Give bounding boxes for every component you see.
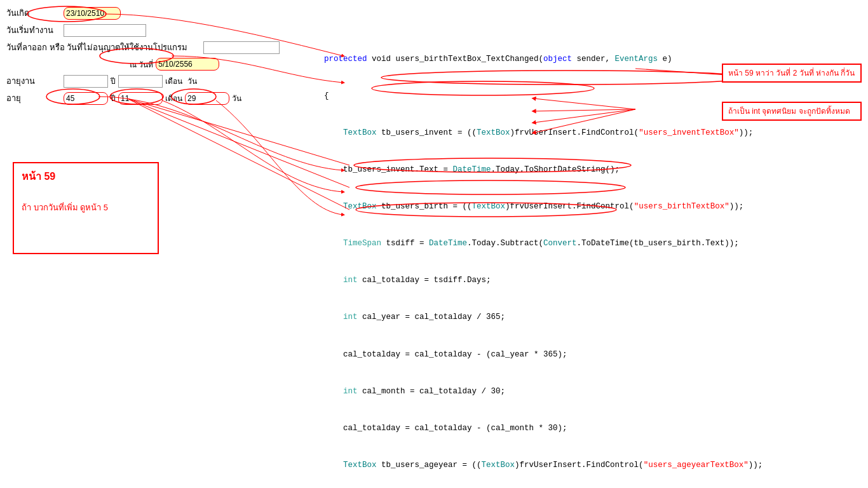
work-age-year-input[interactable]	[64, 75, 108, 88]
svg-line-7	[534, 109, 635, 111]
year-unit2: ปี	[111, 92, 116, 104]
work-age-label: อายุงาน	[6, 74, 64, 88]
left-panel: วันเกิด วันเริ่มทำงาน วันที่ลาออก หรือ ว…	[0, 0, 318, 318]
note-text2: ถ้า บวกวันที่เพิ่ม ดูหน้า 5	[22, 201, 150, 214]
code-line-5: TextBox tb_users_birth = ((TextBox)frvUs…	[324, 201, 862, 213]
birth-input[interactable]	[64, 7, 121, 20]
month-unit1: เดือน	[165, 75, 182, 87]
svg-line-8	[534, 109, 635, 123]
leave-input[interactable]	[203, 41, 280, 54]
code-line-9: cal_totalday = cal_totalday - (cal_year …	[324, 349, 862, 361]
age-label: อายุ	[6, 92, 64, 105]
year-unit1: ปี	[111, 75, 116, 87]
day-unit2: วัน	[232, 92, 241, 104]
age-day-input[interactable]	[185, 92, 229, 105]
ann-box1: หน้า 59 หาว่า วันที่ 2 วันที่ ห่างกัน กี…	[722, 64, 862, 83]
code-line-4: tb_users_invent.Text = DateTime.Today.To…	[324, 164, 862, 176]
ann-box2-text: ถ้าเป็น int จุดทศนิยม จะถูกปัดทิ้งหมด	[728, 107, 850, 116]
asof-label: ณ วันที่	[130, 58, 153, 71]
birth-label: วันเกิด	[6, 6, 64, 20]
svg-point-0	[381, 71, 750, 85]
day-unit1: วัน	[187, 75, 197, 87]
ann-box2: ถ้าเป็น int จุดทศนิยม จะถูกปัดทิ้งหมด	[722, 102, 862, 121]
leave-row: วันที่ลาออก หรือ วันที่ไม่อนุญาตให้ใช้งา…	[6, 41, 311, 54]
code-line-6: TimeSpan tsdiff = DateTime.Today.Subtrac…	[324, 238, 862, 250]
code-line-11: cal_totalday = cal_totalday - (cal_month…	[324, 423, 862, 435]
svg-point-3	[356, 180, 625, 194]
age-month-input[interactable]	[118, 92, 163, 105]
note-box: หน้า 59 ถ้า บวกวันที่เพิ่ม ดูหน้า 5	[13, 162, 159, 254]
code-line-2: {	[324, 90, 862, 102]
code-line-8: int cal_year = cal_totalday / 365;	[324, 311, 862, 323]
work-age-row: อายุงาน ปี เดือน วัน	[6, 74, 311, 88]
asof-row: ณ วันที่	[127, 58, 311, 71]
start-work-input[interactable]	[64, 24, 146, 37]
birth-row: วันเกิด	[6, 6, 311, 20]
asof-input[interactable]	[156, 58, 219, 71]
age-row: อายุ ปี เดือน วัน	[6, 92, 311, 105]
note-title: หน้า 59	[22, 168, 150, 184]
code-line-3: TextBox tb_users_invent = ((TextBox)frvU…	[324, 127, 862, 139]
ann-box1-text: หน้า 59 หาว่า วันที่ 2 วันที่ ห่างกัน กี…	[728, 69, 855, 78]
code-line-12: TextBox tb_users_ageyear = ((TextBox)frv…	[324, 459, 862, 471]
age-year-input[interactable]	[64, 92, 108, 105]
code-line-7: int cal_totalday = tsdiff.Days;	[324, 274, 862, 287]
start-work-row: วันเริ่มทำงาน	[6, 24, 311, 37]
work-age-month-input[interactable]	[118, 75, 163, 88]
code-line-10: int cal_month = cal_totalday / 30;	[324, 386, 862, 398]
start-work-label: วันเริ่มทำงาน	[6, 24, 64, 37]
month-unit2: เดือน	[165, 92, 182, 104]
leave-label: วันที่ลาออก หรือ วันที่ไม่อนุญาตให้ใช้งา…	[6, 41, 203, 54]
